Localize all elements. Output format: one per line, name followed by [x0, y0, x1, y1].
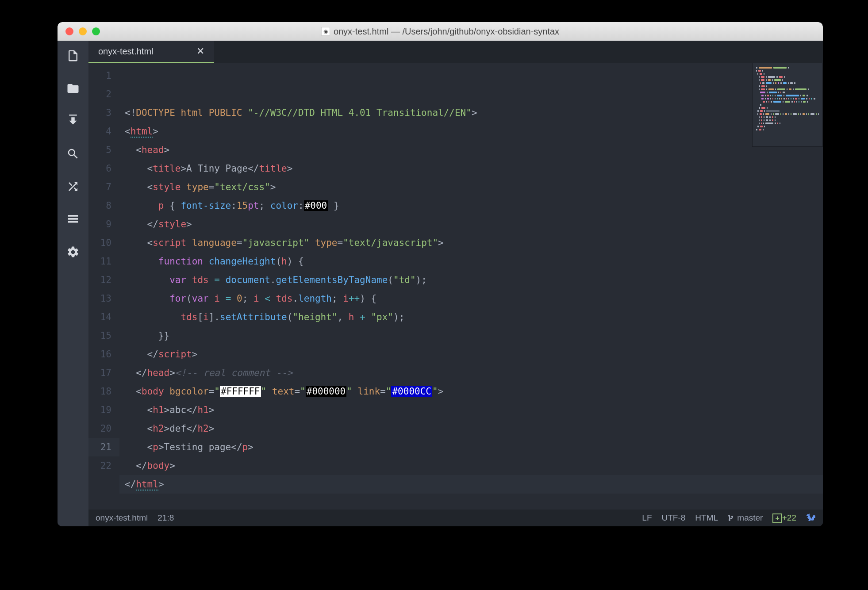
tab-bar: onyx-test.html ✕	[88, 41, 823, 63]
window-controls	[65, 27, 100, 35]
chrome-file-icon: ◉	[321, 27, 330, 36]
tab-label: onyx-test.html	[98, 46, 153, 57]
title-path: /Users/john/github/onyx-obsidian-syntax	[402, 27, 559, 36]
shuffle-icon[interactable]	[66, 180, 80, 194]
app-window: ◉ onyx-test.html — /Users/john/github/on…	[58, 22, 823, 526]
download-icon[interactable]	[66, 114, 80, 128]
search-icon[interactable]	[66, 147, 80, 161]
titlebar[interactable]: ◉ onyx-test.html — /Users/john/github/on…	[58, 22, 823, 41]
window-title: ◉ onyx-test.html — /Users/john/github/on…	[321, 27, 559, 37]
menu-icon[interactable]	[66, 212, 80, 226]
gear-icon[interactable]	[66, 245, 80, 259]
folder-icon[interactable]	[66, 81, 80, 96]
tab-onyx-test[interactable]: onyx-test.html ✕	[88, 41, 214, 63]
zoom-window-button[interactable]	[92, 27, 100, 35]
close-window-button[interactable]	[65, 27, 73, 35]
code-editor[interactable]: <!DOCTYPE html PUBLIC "-//W3C//DTD HTML …	[119, 63, 823, 510]
line-number-gutter[interactable]: 12345678910111213141516171819202122	[88, 63, 119, 510]
editor-area: onyx-test.html ✕ 12345678910111213141516…	[88, 41, 823, 526]
activity-sidebar	[58, 41, 88, 526]
close-tab-icon[interactable]: ✕	[196, 46, 204, 57]
minimap[interactable]	[752, 63, 823, 147]
file-icon[interactable]	[66, 49, 80, 63]
minimize-window-button[interactable]	[79, 27, 87, 35]
title-filename: onyx-test.html	[334, 27, 388, 36]
